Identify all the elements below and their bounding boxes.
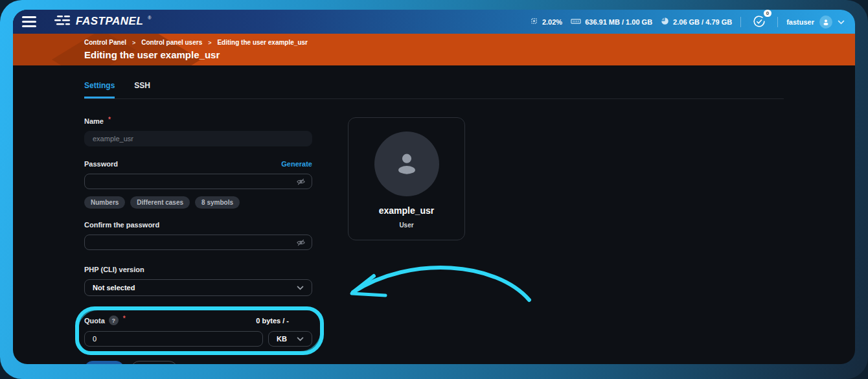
logo-sliders-icon [54,15,71,29]
notifications-button[interactable]: 0 [752,14,766,30]
disk-usage: 2.06 GB / 4.79 GB [661,17,732,27]
requirement-badge: Numbers [84,196,125,209]
divider [777,17,778,27]
navbar-status-area: 2.02% 636.91 MB / 1.00 GB [530,14,845,30]
confirm-password-label: Confirm the password [84,221,159,229]
required-marker: * [123,315,126,322]
main-content: Settings SSH Name* Password Generate [13,81,855,364]
php-cli-version-select[interactable]: Not selected [84,279,312,296]
divider [740,17,741,27]
quota-label: Quota ? * [84,316,126,325]
annotation-arrow [327,255,541,316]
password-label: Password [84,160,118,168]
cpu-usage: 2.02% [530,17,562,27]
eye-off-icon[interactable] [296,238,306,250]
disk-value: 2.06 GB / 4.79 GB [673,18,732,26]
quota-help-icon[interactable]: ? [109,316,119,325]
quota-value-field[interactable] [84,331,263,347]
logo-registered-mark: ® [148,16,151,20]
breadcrumb: Control Panel > Control panel users > Ed… [84,39,855,46]
eye-off-icon[interactable] [296,177,306,189]
required-marker: * [108,116,111,123]
logo-text: FASTPANEL [76,15,143,28]
breadcrumb-control-panel[interactable]: Control Panel [84,39,126,46]
chevron-down-icon [838,18,845,26]
quota-unit-select[interactable]: KB [268,331,312,347]
quota-section: Quota ? * 0 bytes / - KB [84,316,312,347]
cancel-button[interactable]: Cancel [131,361,177,364]
page-title: Editing the user example_usr [84,49,855,60]
user-menu[interactable]: fastuser [786,16,845,29]
password-requirements: Numbers Different cases 8 symbols [84,196,312,209]
password-field[interactable] [84,174,312,189]
breadcrumb-current: Editing the user example_usr [217,39,308,46]
disk-icon [661,17,669,27]
user-avatar-icon [819,16,832,29]
quota-unit-value: KB [277,335,287,343]
card-role: User [399,222,413,229]
ram-icon [571,17,581,27]
save-button[interactable]: Save [84,361,124,364]
breadcrumb-separator: > [132,40,135,46]
tasks-clock-icon [752,22,766,30]
breadcrumb-separator: > [208,40,211,46]
card-username: example_usr [379,205,435,216]
username-label: fastuser [786,18,814,26]
memory-usage: 636.91 MB / 1.00 GB [571,17,652,27]
notifications-count-badge: 0 [764,10,771,17]
memory-value: 636.91 MB / 1.00 GB [585,18,652,26]
user-summary-card: example_usr User [348,117,465,240]
php-cli-version-label: PHP (CLI) version [84,266,144,273]
generate-password-link[interactable]: Generate [281,160,312,168]
page-header: Control Panel > Control panel users > Ed… [13,34,855,65]
cpu-icon [530,17,538,27]
requirement-badge: 8 symbols [195,196,240,209]
requirement-badge: Different cases [130,196,190,209]
cpu-value: 2.02% [542,18,562,26]
confirm-password-field[interactable] [84,235,312,250]
chevron-down-icon [297,335,304,343]
breadcrumb-control-panel-users[interactable]: Control panel users [141,39,202,46]
php-cli-selected-value: Not selected [93,284,135,292]
quota-usage-value: 0 bytes / - [256,317,312,325]
decorative-frame: FASTPANEL ® 2.02% [0,0,868,379]
edit-user-form: Name* Password Generate [84,117,312,364]
top-navbar: FASTPANEL ® 2.02% [13,10,855,34]
fastpanel-logo[interactable]: FASTPANEL ® [54,15,151,29]
tab-settings[interactable]: Settings [84,81,115,98]
user-avatar-large-icon [374,132,439,196]
tab-bar: Settings SSH [84,81,784,99]
tab-ssh[interactable]: SSH [134,81,150,98]
app-window: FASTPANEL ® 2.02% [13,10,855,364]
name-label: Name* [84,117,111,125]
menu-icon[interactable] [22,16,36,27]
chevron-down-icon [297,284,304,292]
name-field[interactable] [84,131,312,146]
